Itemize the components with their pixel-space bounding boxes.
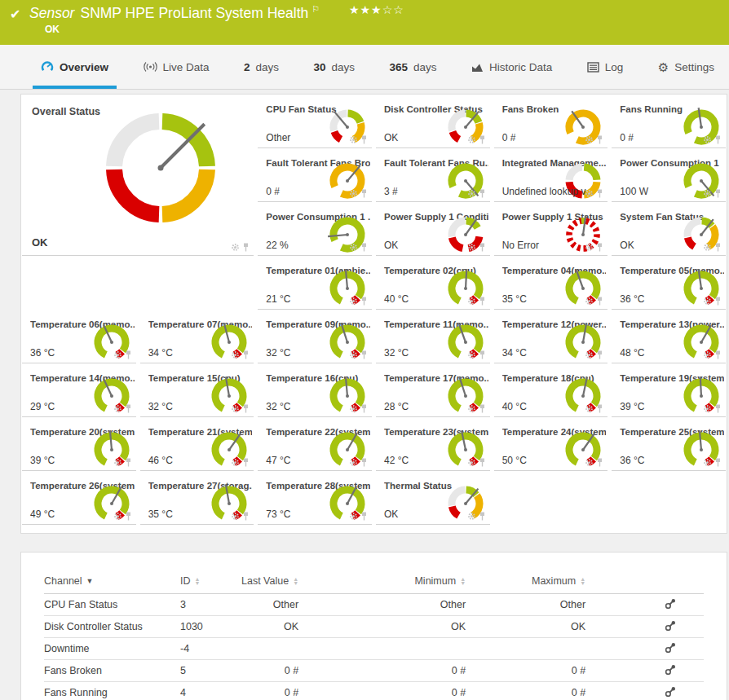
- pin-icon[interactable]: [242, 404, 250, 413]
- gauge-tile[interactable]: Temperature 09(memo... 32 °C: [258, 310, 372, 363]
- gauge-tile[interactable]: System Fan Status OK: [612, 202, 726, 256]
- gauge-tile[interactable]: Temperature 18(cpu) 40 °C: [494, 363, 608, 417]
- gauge-tile[interactable]: Temperature 04(memo... 35 °C: [494, 256, 608, 310]
- gear-icon[interactable]: [231, 512, 240, 521]
- pin-icon[interactable]: [479, 458, 486, 467]
- pin-icon[interactable]: [242, 458, 250, 467]
- gear-icon[interactable]: [349, 512, 358, 521]
- gauge-tile[interactable]: Temperature 05(memo... 36 °C: [612, 256, 726, 310]
- pin-icon[interactable]: [479, 350, 486, 359]
- gear-icon[interactable]: [113, 350, 122, 359]
- tab-30-days[interactable]: 30 days: [311, 45, 359, 89]
- pin-icon[interactable]: [360, 458, 368, 467]
- gauge-tile[interactable]: Temperature 26(system) 49 °C: [22, 471, 136, 525]
- gauge-tile[interactable]: Temperature 19(system) 39 °C: [612, 363, 726, 417]
- gear-icon[interactable]: [585, 189, 594, 198]
- gear-icon[interactable]: [113, 404, 122, 413]
- tab-live-data[interactable]: Live Data: [140, 45, 213, 89]
- pin-icon[interactable]: [479, 404, 486, 413]
- pin-icon[interactable]: [714, 243, 722, 252]
- col-minimum[interactable]: Minimum▲▼: [298, 569, 466, 593]
- gauge-tile[interactable]: Fault Tolerant Fans Bro... 0 #: [258, 148, 372, 202]
- gauge-tile[interactable]: Temperature 24(system) 50 °C: [494, 417, 608, 471]
- gear-icon[interactable]: [703, 189, 712, 198]
- pin-icon[interactable]: [360, 512, 368, 521]
- pin-icon[interactable]: [596, 135, 603, 144]
- gear-icon[interactable]: [349, 350, 358, 359]
- pin-icon[interactable]: [360, 243, 368, 252]
- gauge-tile[interactable]: Fans Broken 0 #: [494, 95, 608, 148]
- gear-icon[interactable]: [703, 458, 712, 467]
- gear-icon[interactable]: [585, 297, 594, 306]
- gear-icon[interactable]: [349, 189, 358, 198]
- gauge-tile[interactable]: Temperature 02(cpu) 40 °C: [376, 256, 490, 310]
- gear-icon[interactable]: [585, 458, 594, 467]
- gear-icon[interactable]: [467, 297, 476, 306]
- pin-icon[interactable]: [360, 404, 368, 413]
- gear-icon[interactable]: [467, 458, 476, 467]
- stars-empty[interactable]: ☆☆: [382, 3, 404, 16]
- gear-icon[interactable]: [467, 350, 476, 359]
- gear-icon[interactable]: [585, 350, 594, 359]
- col-channel[interactable]: Channel▼: [44, 569, 180, 593]
- gauge-tile[interactable]: Overall Status OK: [22, 95, 254, 256]
- pin-icon[interactable]: [242, 243, 250, 252]
- pin-icon[interactable]: [596, 297, 603, 306]
- pin-icon[interactable]: [360, 135, 368, 144]
- gauge-tile[interactable]: Temperature 20(system) 39 °C: [22, 417, 136, 471]
- channel-settings-icon[interactable]: [665, 686, 676, 697]
- gauge-tile[interactable]: Thermal Status OK: [376, 471, 490, 525]
- tab-settings[interactable]: ⚙ Settings: [655, 45, 718, 89]
- pin-icon[interactable]: [714, 135, 722, 144]
- pin-icon[interactable]: [479, 189, 486, 198]
- gauge-tile[interactable]: Temperature 06(memo... 36 °C: [22, 310, 136, 363]
- gear-icon[interactable]: [113, 512, 122, 521]
- col-maximum[interactable]: Maximum▲▼: [466, 569, 585, 593]
- gear-icon[interactable]: [467, 135, 476, 144]
- gauge-tile[interactable]: Temperature 01(ambie... 21 °C: [258, 256, 372, 310]
- tab-2-days[interactable]: 2 days: [241, 45, 282, 89]
- gauge-tile[interactable]: Temperature 25(system) 36 °C: [612, 417, 726, 471]
- pin-icon[interactable]: [596, 189, 603, 198]
- gauge-tile[interactable]: Temperature 13(power... 48 °C: [612, 310, 726, 363]
- gear-icon[interactable]: [467, 189, 476, 198]
- gear-icon[interactable]: [349, 458, 358, 467]
- gear-icon[interactable]: [231, 350, 240, 359]
- gear-icon[interactable]: [585, 243, 594, 252]
- channel-settings-icon[interactable]: [665, 642, 676, 653]
- gear-icon[interactable]: [349, 243, 358, 252]
- gauge-tile[interactable]: Power Supply 1 Conditi... OK: [376, 202, 490, 256]
- pin-icon[interactable]: [596, 458, 603, 467]
- gear-icon[interactable]: [467, 404, 476, 413]
- gear-icon[interactable]: [349, 135, 358, 144]
- pin-icon[interactable]: [596, 404, 603, 413]
- pin-icon[interactable]: [125, 404, 132, 413]
- pin-icon[interactable]: [242, 350, 250, 359]
- pin-icon[interactable]: [596, 243, 603, 252]
- col-last-value[interactable]: Last Value▲▼: [241, 569, 298, 593]
- gauge-tile[interactable]: Temperature 28(system) 73 °C: [258, 471, 372, 525]
- pin-icon[interactable]: [360, 297, 368, 306]
- pin-icon[interactable]: [125, 512, 132, 521]
- gauge-tile[interactable]: Temperature 16(cpu) 32 °C: [258, 363, 372, 417]
- gear-icon[interactable]: [467, 512, 476, 521]
- gauge-tile[interactable]: Temperature 21(system) 46 °C: [140, 417, 254, 471]
- tab-log[interactable]: Log: [584, 45, 627, 89]
- gauge-tile[interactable]: Power Consumption 1 100 W: [612, 148, 726, 202]
- pin-icon[interactable]: [714, 297, 722, 306]
- gauge-tile[interactable]: Temperature 07(memo... 34 °C: [140, 310, 254, 363]
- gauge-tile[interactable]: Temperature 15(cpu) 32 °C: [140, 363, 254, 417]
- flag-icon[interactable]: ⚐: [311, 4, 320, 14]
- gear-icon[interactable]: [703, 404, 712, 413]
- pin-icon[interactable]: [479, 135, 486, 144]
- pin-icon[interactable]: [360, 189, 368, 198]
- priority-stars[interactable]: ★★★☆☆: [349, 3, 404, 16]
- channel-settings-icon[interactable]: [665, 598, 676, 609]
- gauge-tile[interactable]: Temperature 14(memo... 29 °C: [22, 363, 136, 417]
- pin-icon[interactable]: [242, 512, 250, 521]
- pin-icon[interactable]: [479, 243, 486, 252]
- gear-icon[interactable]: [585, 135, 594, 144]
- pin-icon[interactable]: [714, 458, 722, 467]
- pin-icon[interactable]: [714, 404, 722, 413]
- gauge-tile[interactable]: Integrated Manageme... Undefined lookup …: [494, 148, 608, 202]
